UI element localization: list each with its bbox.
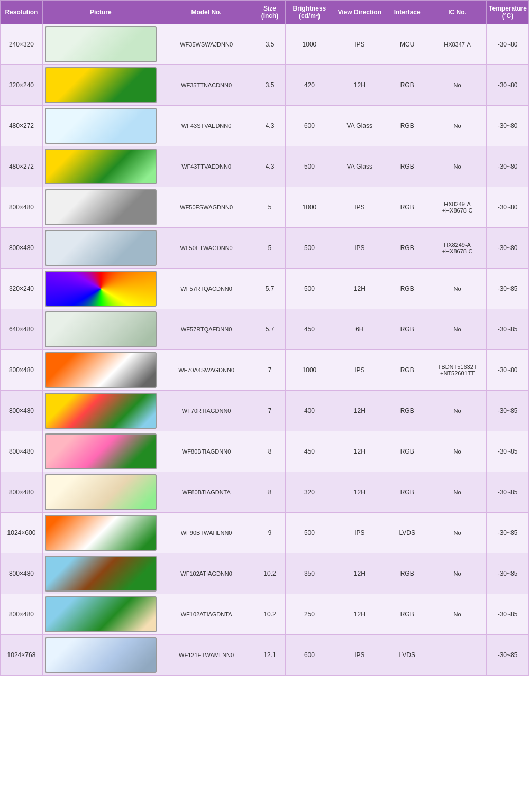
- cell-view-direction: IPS: [333, 228, 386, 269]
- cell-model: WF43TTVAEDNN0: [159, 146, 254, 187]
- cell-size: 7: [254, 350, 286, 391]
- cell-view-direction: IPS: [333, 187, 386, 228]
- table-row: 1024×768WF121ETWAMLNN012.1600IPSLVDS—-30…: [1, 635, 529, 676]
- cell-picture: [42, 350, 159, 391]
- cell-resolution: 800×480: [1, 553, 43, 594]
- cell-size: 7: [254, 391, 286, 431]
- cell-view-direction: IPS: [333, 350, 386, 391]
- cell-model: WF43STVAEDNN0: [159, 106, 254, 146]
- cell-brightness: 320: [286, 472, 333, 513]
- cell-ic: No: [428, 269, 487, 309]
- header-brightness: Brightness(cd/m²): [286, 1, 333, 24]
- cell-interface: RGB: [386, 309, 428, 350]
- cell-picture: [42, 228, 159, 269]
- header-model: Model No.: [159, 1, 254, 24]
- product-table: Resolution Picture Model No. Size(inch) …: [0, 0, 529, 676]
- cell-picture: [42, 24, 159, 65]
- product-image: [45, 26, 157, 62]
- cell-temperature: -30~85: [487, 635, 529, 676]
- cell-brightness: 250: [286, 594, 333, 635]
- cell-model: WF50ESWAGDNN0: [159, 187, 254, 228]
- cell-view-direction: IPS: [333, 24, 386, 65]
- cell-view-direction: VA Glass: [333, 106, 386, 146]
- table-row: 800×480WF80BTIAGDNTA832012HRGBNo-30~85: [1, 472, 529, 513]
- cell-view-direction: 12H: [333, 269, 386, 309]
- table-row: 800×480WF102ATIAGDNN010.235012HRGBNo-30~…: [1, 553, 529, 594]
- cell-interface: RGB: [386, 553, 428, 594]
- cell-picture: [42, 269, 159, 309]
- cell-temperature: -30~85: [487, 594, 529, 635]
- cell-picture: [42, 106, 159, 146]
- table-row: 800×480WF70A4SWAGDNN071000IPSRGBTBDNT516…: [1, 350, 529, 391]
- cell-ic: TBDNT51632T+NT52601TT: [428, 350, 487, 391]
- table-row: 800×480WF50ETWAGDNN05500IPSRGBHX8249-A+H…: [1, 228, 529, 269]
- cell-picture: [42, 431, 159, 472]
- cell-resolution: 1024×600: [1, 513, 43, 553]
- cell-resolution: 480×272: [1, 146, 43, 187]
- table-header: Resolution Picture Model No. Size(inch) …: [1, 1, 529, 24]
- cell-resolution: 320×240: [1, 65, 43, 106]
- cell-model: WF102ATIAGDNTA: [159, 594, 254, 635]
- cell-picture: [42, 472, 159, 513]
- cell-temperature: -30~85: [487, 513, 529, 553]
- product-image: [45, 637, 157, 673]
- header-picture: Picture: [42, 1, 159, 24]
- cell-model: WF57RTQACDNN0: [159, 269, 254, 309]
- cell-model: WF90BTWAHLNN0: [159, 513, 254, 553]
- cell-picture: [42, 513, 159, 553]
- table-row: 800×480WF80BTIAGDNN0845012HRGBNo-30~85: [1, 431, 529, 472]
- cell-size: 3.5: [254, 65, 286, 106]
- cell-model: WF80BTIAGDNN0: [159, 431, 254, 472]
- cell-brightness: 450: [286, 309, 333, 350]
- cell-picture: [42, 594, 159, 635]
- cell-brightness: 420: [286, 65, 333, 106]
- product-image: [45, 515, 157, 551]
- cell-brightness: 600: [286, 635, 333, 676]
- product-image: [45, 474, 157, 510]
- header-resolution: Resolution: [1, 1, 43, 24]
- product-image: [45, 108, 157, 144]
- cell-ic: No: [428, 431, 487, 472]
- cell-picture: [42, 65, 159, 106]
- table-row: 1024×600WF90BTWAHLNN09500IPSLVDSNo-30~85: [1, 513, 529, 553]
- cell-brightness: 500: [286, 269, 333, 309]
- table-row: 480×272WF43TTVAEDNN04.3500VA GlassRGBNo-…: [1, 146, 529, 187]
- cell-size: 8: [254, 472, 286, 513]
- cell-model: WF50ETWAGDNN0: [159, 228, 254, 269]
- cell-resolution: 640×480: [1, 309, 43, 350]
- cell-ic: No: [428, 309, 487, 350]
- cell-ic: No: [428, 106, 487, 146]
- cell-ic: No: [428, 513, 487, 553]
- cell-model: WF80BTIAGDNTA: [159, 472, 254, 513]
- cell-brightness: 600: [286, 106, 333, 146]
- header-interface: Interface: [386, 1, 428, 24]
- table-row: 800×480WF70RTIAGDNN0740012HRGBNo-30~85: [1, 391, 529, 431]
- cell-resolution: 480×272: [1, 106, 43, 146]
- cell-temperature: -30~85: [487, 472, 529, 513]
- product-image: [45, 230, 157, 266]
- cell-view-direction: 12H: [333, 553, 386, 594]
- cell-interface: RGB: [386, 65, 428, 106]
- cell-resolution: 800×480: [1, 472, 43, 513]
- cell-picture: [42, 635, 159, 676]
- cell-temperature: -30~80: [487, 24, 529, 65]
- cell-resolution: 320×240: [1, 269, 43, 309]
- table-row: 800×480WF50ESWAGDNN051000IPSRGBHX8249-A+…: [1, 187, 529, 228]
- cell-size: 5.7: [254, 309, 286, 350]
- cell-size: 12.1: [254, 635, 286, 676]
- cell-ic: No: [428, 391, 487, 431]
- header-size: Size(inch): [254, 1, 286, 24]
- cell-brightness: 1000: [286, 350, 333, 391]
- cell-resolution: 800×480: [1, 187, 43, 228]
- cell-ic: HX8249-A+HX8678-C: [428, 187, 487, 228]
- cell-ic: HX8347-A: [428, 24, 487, 65]
- cell-view-direction: VA Glass: [333, 146, 386, 187]
- cell-picture: [42, 391, 159, 431]
- cell-size: 3.5: [254, 24, 286, 65]
- cell-interface: LVDS: [386, 635, 428, 676]
- cell-interface: RGB: [386, 146, 428, 187]
- cell-temperature: -30~80: [487, 106, 529, 146]
- cell-brightness: 400: [286, 391, 333, 431]
- cell-brightness: 350: [286, 553, 333, 594]
- cell-interface: RGB: [386, 594, 428, 635]
